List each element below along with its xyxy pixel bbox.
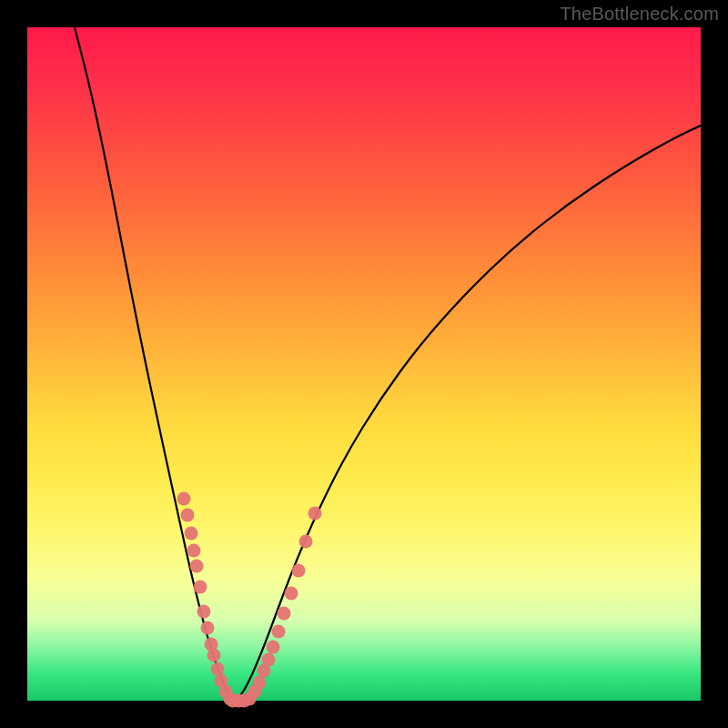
datapoint — [267, 641, 280, 654]
datapoint — [211, 662, 225, 676]
datapoint — [181, 509, 195, 522]
watermark-text: TheBottleneck.com — [560, 4, 719, 25]
datapoint — [177, 492, 191, 506]
datapoint — [292, 564, 306, 578]
datapoint — [201, 622, 215, 635]
curves-svg — [27, 27, 701, 701]
datapoint — [308, 507, 322, 521]
datapoint — [278, 607, 291, 621]
datapoint — [187, 544, 201, 558]
plot-area — [27, 27, 701, 701]
datapoint — [194, 581, 207, 594]
chart-frame: TheBottleneck.com — [0, 0, 728, 728]
left-curve — [75, 27, 235, 701]
datapoint — [207, 649, 221, 662]
datapoint — [185, 527, 198, 541]
datapoint — [285, 587, 298, 601]
datapoint — [272, 625, 286, 639]
datapoint — [190, 560, 204, 573]
datapoint — [299, 535, 313, 549]
right-curve — [235, 126, 701, 701]
datapoint — [253, 676, 267, 690]
datapoint — [262, 653, 276, 667]
datapoint — [197, 605, 211, 619]
